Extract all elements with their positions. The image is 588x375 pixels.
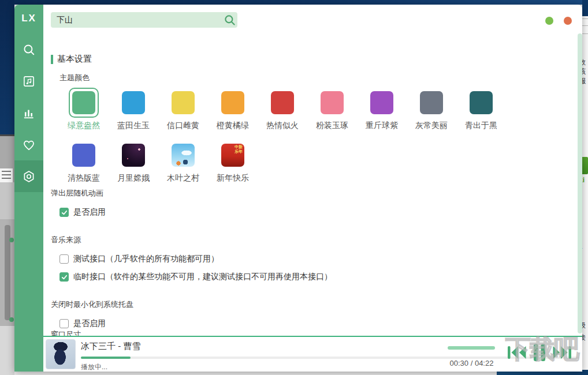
theme-option-name: 木叶之村 [167, 173, 199, 183]
section-title-bar [51, 55, 53, 64]
settings-groups: 弹出层随机动画是否启用音乐来源测试接口（几乎软件的所有功能都可用）临时接口（软件… [51, 188, 559, 346]
theme-swatch [221, 91, 244, 114]
background-dot [9, 317, 14, 322]
app-window: LX 基本设置 主题颜色 绿意盎然蓝田生玉信口雌黄橙黄橘绿热情似火粉装玉琢重斤球… [14, 5, 582, 372]
settings-group-1: 音乐来源测试接口（几乎软件的所有功能都可用）临时接口（软件的某些功能不可用，建议… [51, 235, 559, 282]
main-area: 基本设置 主题颜色 绿意盎然蓝田生玉信口雌黄橙黄橘绿热情似火粉装玉琢重斤球紫灰常… [43, 5, 582, 372]
song-title: 冰下三千 - 曹雪 [81, 341, 140, 352]
theme-swatch-ring [168, 140, 198, 170]
theme-swatch-ring: 中新乐年 [218, 140, 248, 170]
settings-icon [21, 169, 36, 184]
checkbox-unchecked-icon[interactable] [59, 319, 69, 328]
heart-icon [21, 137, 36, 152]
checkbox-option[interactable]: 是否启用 [59, 207, 559, 217]
background-fragment [0, 182, 14, 219]
theme-option-name: 月里嫦娥 [117, 173, 150, 183]
background-window-titlebar [582, 0, 588, 16]
theme-color-label: 主题颜色 [59, 73, 90, 83]
background-text-fragment: 数 [582, 58, 588, 68]
theme-swatch [122, 91, 145, 114]
theme-swatch-image: 中新乐年 [221, 144, 244, 167]
theme-option-7[interactable]: 灰常美丽 [407, 88, 456, 131]
theme-swatch [72, 144, 95, 167]
theme-swatch-ring [466, 88, 496, 118]
theme-option-10[interactable]: 月里嫦娥 [109, 140, 158, 183]
volume-slider[interactable] [448, 346, 495, 350]
background-fragment [0, 168, 13, 182]
theme-option-name: 橙黄橘绿 [217, 121, 249, 131]
checkbox-option-label: 测试接口（几乎软件的所有功能都可用） [73, 254, 219, 264]
pause-button[interactable] [532, 343, 547, 362]
theme-option-9[interactable]: 清热版蓝 [59, 140, 109, 183]
theme-swatch-ring [118, 88, 148, 118]
background-dot [9, 238, 14, 242]
search-icon[interactable] [222, 13, 237, 28]
theme-image-badge: 中新乐年 [234, 145, 243, 154]
section-title-text: 基本设置 [57, 54, 92, 65]
theme-swatch [470, 91, 493, 114]
theme-option-name: 粉装玉琢 [316, 121, 348, 131]
previous-button[interactable] [507, 344, 527, 361]
theme-swatch-ring [367, 88, 397, 118]
sidebar-item-search[interactable] [14, 33, 43, 65]
checkbox-checked-icon[interactable] [59, 208, 69, 217]
theme-swatch-image [172, 144, 195, 167]
app-logo: LX [14, 5, 43, 32]
theme-option-8[interactable]: 青出于黑 [456, 88, 506, 131]
checkbox-unchecked-icon[interactable] [59, 254, 69, 264]
theme-option-0[interactable]: 绿意盎然 [59, 88, 109, 131]
minimize-button[interactable] [545, 17, 553, 25]
theme-option-2[interactable]: 信口雌黄 [158, 88, 208, 131]
checkbox-option[interactable]: 测试接口（几乎软件的所有功能都可用） [59, 254, 559, 264]
theme-swatch-ring [168, 88, 198, 118]
checkbox-option[interactable]: 是否启用 [59, 318, 559, 329]
songlist-icon [21, 74, 36, 89]
theme-swatch-image [122, 144, 145, 167]
progress-fill [81, 357, 131, 359]
theme-swatch-ring [118, 140, 148, 170]
theme-option-name: 绿意盎然 [68, 121, 100, 131]
desktop-background-left [0, 0, 14, 375]
background-text-fragment: 接 [582, 333, 588, 343]
sidebar-item-favorites[interactable] [14, 129, 43, 160]
checkbox-checked-icon[interactable] [59, 272, 69, 282]
player-controls [507, 343, 572, 362]
theme-option-11[interactable]: 木叶之村 [158, 140, 208, 183]
scrollbar[interactable] [578, 33, 582, 333]
close-button[interactable] [564, 17, 572, 25]
theme-option-5[interactable]: 粉装玉琢 [307, 88, 357, 131]
screen: 数该服ki1级接 LX 基本设置 主题颜色 绿意盎然蓝田生玉信口雌黄橙黄橘绿热情… [0, 0, 588, 375]
theme-option-3[interactable]: 橙黄橘绿 [208, 88, 258, 131]
sidebar-item-songlist[interactable] [14, 65, 43, 97]
player-bar: 冰下三千 - 曹雪 播放中... 00:30 / 04:22 [43, 336, 582, 372]
background-text-fragment: 1 [582, 242, 588, 250]
settings-group-label: 弹出层随机动画 [51, 188, 559, 198]
theme-swatch-ring [416, 88, 446, 118]
theme-option-name: 蓝田生玉 [117, 121, 150, 131]
theme-option-6[interactable]: 重斤球紫 [357, 88, 407, 131]
theme-option-1[interactable]: 蓝田生玉 [109, 88, 158, 131]
theme-option-4[interactable]: 热情似火 [258, 88, 307, 131]
checkbox-option[interactable]: 临时接口（软件的某些功能不可用，建议测试接口不可用再使用本接口） [59, 272, 559, 282]
theme-option-name: 清热版蓝 [68, 173, 100, 183]
theme-option-name: 新年快乐 [217, 173, 249, 183]
theme-swatch-ring [317, 88, 347, 118]
search-input[interactable] [51, 16, 222, 25]
background-text-fragment: 服 [582, 76, 588, 86]
theme-option-name: 热情似火 [266, 121, 299, 131]
album-art[interactable] [46, 339, 76, 369]
theme-swatch [271, 91, 294, 114]
theme-option-12[interactable]: 中新乐年新年快乐 [208, 140, 258, 183]
theme-swatch-ring [69, 140, 99, 170]
next-button[interactable] [552, 344, 572, 361]
settings-group-0: 弹出层随机动画是否启用 [51, 188, 559, 217]
section-title: 基本设置 [51, 54, 92, 65]
sidebar-item-leaderboard[interactable] [14, 97, 43, 129]
leaderboard-icon [21, 106, 36, 121]
background-text-fragment: ki [582, 176, 588, 184]
progress-bar[interactable] [81, 357, 579, 359]
background-text-fragment: 该 [582, 67, 588, 77]
search-bar [51, 12, 237, 28]
sidebar-item-settings[interactable] [14, 160, 43, 192]
checkbox-option-label: 临时接口（软件的某些功能不可用，建议测试接口不可用再使用本接口） [73, 272, 332, 282]
